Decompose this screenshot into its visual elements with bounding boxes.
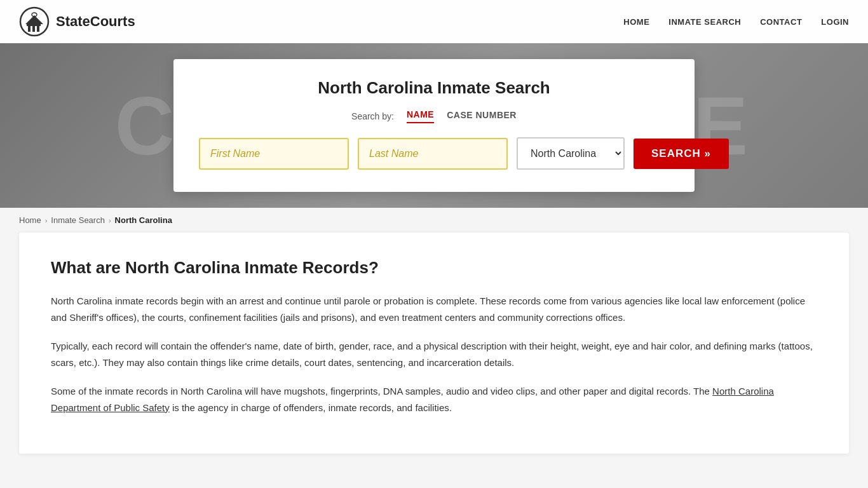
hero-section: COURTHOUSE North Carolina Inmate Search … xyxy=(0,43,868,208)
search-by-row: Search by: NAME CASE NUMBER xyxy=(199,109,669,123)
svg-rect-2 xyxy=(32,25,35,32)
tab-name[interactable]: NAME xyxy=(407,109,434,123)
svg-rect-1 xyxy=(28,25,31,32)
logo-area: StateCourts xyxy=(19,6,135,37)
breadcrumb-sep-2: › xyxy=(109,217,111,224)
last-name-input[interactable] xyxy=(358,138,508,170)
content-para-3: Some of the inmate records in North Caro… xyxy=(51,383,817,416)
content-para-2: Typically, each record will contain the … xyxy=(51,338,817,370)
breadcrumb-inmate-search[interactable]: Inmate Search xyxy=(51,215,105,225)
search-fields-row: North CarolinaAlabamaAlaskaArizonaArkans… xyxy=(199,137,669,170)
search-card: North Carolina Inmate Search Search by: … xyxy=(173,59,695,192)
search-card-title: North Carolina Inmate Search xyxy=(199,78,669,98)
svg-rect-3 xyxy=(37,25,39,32)
nav-login[interactable]: LOGIN xyxy=(821,17,849,27)
main-nav: HOME INMATE SEARCH CONTACT LOGIN xyxy=(623,17,849,27)
content-para-3-before: Some of the inmate records in North Caro… xyxy=(51,386,712,396)
state-select[interactable]: North CarolinaAlabamaAlaskaArizonaArkans… xyxy=(517,137,625,170)
breadcrumb-current: North Carolina xyxy=(115,215,172,225)
breadcrumb-home[interactable]: Home xyxy=(19,215,41,225)
header: StateCourts HOME INMATE SEARCH CONTACT L… xyxy=(0,0,868,43)
nav-inmate-search[interactable]: INMATE SEARCH xyxy=(668,17,741,27)
tab-case-number[interactable]: CASE NUMBER xyxy=(447,110,517,123)
search-by-label: Search by: xyxy=(351,111,394,121)
logo-icon xyxy=(19,6,50,37)
nav-contact[interactable]: CONTACT xyxy=(760,17,802,27)
svg-rect-4 xyxy=(27,24,41,26)
content-para-1: North Carolina inmate records begin with… xyxy=(51,293,817,325)
breadcrumb-sep-1: › xyxy=(45,217,48,224)
nav-home[interactable]: HOME xyxy=(623,17,649,27)
search-button[interactable]: SEARCH » xyxy=(634,139,729,169)
content-title: What are North Carolina Inmate Records? xyxy=(51,258,817,278)
first-name-input[interactable] xyxy=(199,138,349,170)
breadcrumb: Home › Inmate Search › North Carolina xyxy=(0,208,868,233)
content-para-3-after: is the agency in charge of offenders, in… xyxy=(170,402,452,413)
main-content: What are North Carolina Inmate Records? … xyxy=(19,233,849,454)
logo-text: StateCourts xyxy=(56,13,135,30)
